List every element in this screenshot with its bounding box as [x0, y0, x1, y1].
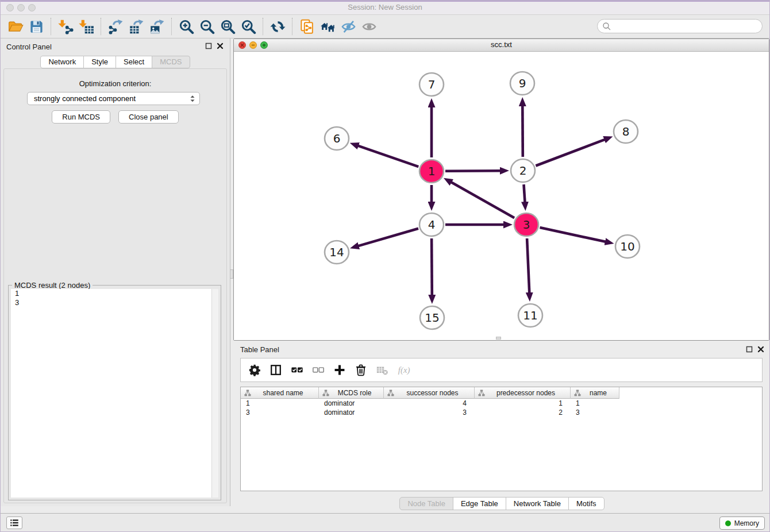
function-builder-button: f(x) — [397, 363, 414, 377]
column-header-name[interactable]: name — [571, 387, 619, 399]
deselect-all-rows-button[interactable] — [312, 363, 325, 377]
save-session-button[interactable] — [26, 17, 47, 36]
open-session-button[interactable] — [5, 17, 26, 36]
add-column-button[interactable] — [333, 363, 346, 377]
tab-select[interactable]: Select — [116, 56, 152, 68]
window-close-button[interactable] — [6, 4, 14, 11]
import-table-icon — [79, 19, 94, 34]
close-panel-button[interactable]: Close panel — [118, 110, 179, 124]
edge-3-11[interactable] — [527, 238, 529, 293]
edge-2-3[interactable] — [524, 184, 525, 202]
table-row[interactable]: 3dominator323 — [241, 408, 762, 417]
delete-columns-button[interactable] — [355, 363, 367, 377]
table-toolbar: f(x) — [240, 358, 763, 382]
export-image-icon — [149, 19, 165, 34]
close-panel-icon[interactable] — [216, 42, 224, 50]
export-image-button[interactable] — [147, 17, 167, 36]
zoom-in-button[interactable] — [176, 17, 197, 36]
zoom-out-button[interactable] — [197, 17, 217, 36]
mcds-result-list[interactable]: 13 — [11, 289, 218, 498]
edge-4-14[interactable] — [358, 229, 418, 246]
toolbar-separator — [292, 18, 292, 35]
node-10-label: 10 — [620, 240, 634, 253]
edge-2-9[interactable] — [522, 106, 523, 157]
tab-network-table[interactable]: Network Table — [506, 497, 569, 510]
node-2-label: 2 — [519, 164, 527, 178]
optimization-criterion-value: strongly connected component — [34, 94, 136, 103]
edge-3-1[interactable] — [451, 182, 514, 218]
column-header-successor-nodes[interactable]: successor nodes — [384, 387, 475, 399]
zoom-selected-button[interactable] — [238, 17, 259, 36]
tab-style[interactable]: Style — [83, 56, 116, 68]
edge-4-15[interactable] — [432, 238, 432, 295]
cell-predecessor-nodes[interactable]: 1 — [475, 399, 571, 408]
memory-button[interactable]: Memory — [719, 516, 765, 530]
import-table-button[interactable] — [76, 17, 97, 36]
edge-1-6[interactable] — [358, 146, 418, 167]
window-zoom-button[interactable] — [28, 4, 36, 11]
tab-node-table[interactable]: Node Table — [399, 497, 453, 510]
table-panel: Table Panel f(x) shared nameMCDS rolesuc… — [233, 343, 770, 513]
toggle-column-display-button[interactable] — [270, 363, 282, 377]
fx-icon: f(x) — [397, 364, 414, 376]
close-table-panel-icon[interactable] — [757, 345, 765, 353]
cell-MCDS-role[interactable]: dominator — [319, 399, 384, 408]
window-minimize-button[interactable] — [17, 4, 25, 11]
cell-shared-name[interactable]: 1 — [241, 399, 319, 408]
cell-successor-nodes[interactable]: 3 — [384, 408, 475, 417]
result-scrollbar[interactable] — [211, 289, 218, 498]
svg-text:f(x): f(x) — [398, 365, 410, 375]
tab-motifs[interactable]: Motifs — [568, 497, 605, 510]
table-settings-button[interactable] — [248, 363, 261, 377]
apply-preferred-layout-button[interactable] — [267, 17, 288, 36]
show-all-button[interactable] — [359, 17, 379, 36]
task-history-button[interactable] — [6, 516, 22, 529]
eye-icon — [361, 19, 377, 34]
cell-successor-nodes[interactable]: 4 — [384, 399, 475, 408]
cell-name[interactable]: 3 — [571, 408, 619, 417]
network-graph: 7968124314101511 — [234, 52, 769, 340]
cell-name[interactable]: 1 — [571, 399, 619, 408]
search-input[interactable] — [612, 20, 762, 33]
run-mcds-button[interactable]: Run MCDS — [52, 110, 110, 124]
new-network-from-selection-button[interactable] — [297, 17, 317, 36]
tab-mcds[interactable]: MCDS — [152, 56, 190, 68]
column-header-shared-name[interactable]: shared name — [241, 387, 319, 399]
table-row[interactable]: 1dominator411 — [241, 399, 762, 408]
network-canvas[interactable]: 7968124314101511 — [234, 52, 769, 340]
table-tabs: Node TableEdge TableNetwork TableMotifs — [233, 497, 770, 510]
cell-predecessor-nodes[interactable]: 2 — [475, 408, 571, 417]
zoom-out-icon — [199, 19, 215, 34]
first-neighbors-button[interactable] — [317, 17, 338, 36]
tab-edge-table[interactable]: Edge Table — [453, 497, 506, 510]
cell-MCDS-role[interactable]: dominator — [319, 408, 384, 417]
zoom-fit-button[interactable] — [217, 17, 238, 36]
network-minimize-button[interactable] — [249, 41, 257, 49]
float-panel-icon[interactable] — [205, 42, 213, 50]
node-14-label: 14 — [329, 245, 344, 259]
hide-selected-button[interactable] — [338, 17, 359, 36]
optimization-criterion-select[interactable]: strongly connected component — [27, 92, 200, 105]
network-maximize-button[interactable] — [260, 41, 268, 49]
float-table-panel-icon[interactable] — [745, 345, 753, 353]
search-box[interactable] — [597, 19, 763, 33]
eye-slash-icon — [341, 19, 356, 34]
edge-3-10[interactable] — [540, 228, 606, 242]
import-network-button[interactable] — [55, 17, 76, 36]
select-all-rows-button[interactable] — [291, 363, 303, 377]
network-close-button[interactable] — [238, 41, 246, 49]
export-network-icon — [108, 19, 124, 34]
network-splitter-grip[interactable] — [496, 337, 501, 340]
control-panel-tabs: NetworkStyleSelectMCDS — [1, 56, 230, 68]
edge-2-8[interactable] — [536, 140, 605, 166]
column-header-MCDS-role[interactable]: MCDS role — [319, 387, 384, 399]
export-network-button[interactable] — [105, 17, 126, 36]
network-window-titlebar: scc.txt — [234, 39, 769, 52]
tab-network[interactable]: Network — [40, 56, 84, 68]
cell-shared-name[interactable]: 3 — [241, 408, 319, 417]
node-table: shared nameMCDS rolesuccessor nodesprede… — [240, 387, 763, 491]
houses-icon — [320, 19, 336, 34]
edge-1-2[interactable] — [445, 171, 500, 171]
export-table-button[interactable] — [126, 17, 147, 36]
column-header-predecessor-nodes[interactable]: predecessor nodes — [475, 387, 571, 399]
